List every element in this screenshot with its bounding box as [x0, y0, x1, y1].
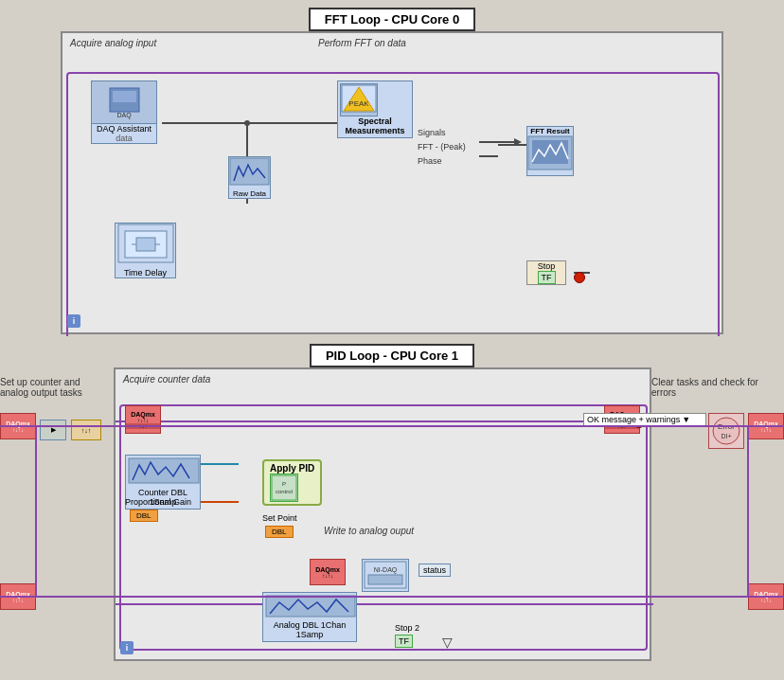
svg-marker-18: [514, 138, 522, 146]
raw-data-label: Raw Data: [229, 189, 270, 198]
fft-peak-label: FFT - (Peak): [418, 142, 466, 152]
fft-loop-title: FFT Loop - CPU Core 0: [309, 8, 475, 31]
daq-assistant-block: DAQ DAQ Assistant data: [91, 81, 157, 144]
fft-wires: [62, 33, 725, 336]
svg-text:DAQ: DAQ: [116, 112, 132, 119]
stop-led: [574, 272, 585, 283]
stop-label: Stop: [538, 261, 556, 271]
daq-assistant-icon: DAQ: [92, 81, 156, 124]
time-delay-block: Time Delay: [115, 223, 176, 278]
svg-text:PEAK: PEAK: [348, 99, 369, 108]
fft-result-block: FFT Result: [526, 126, 574, 176]
true-indicator: TF: [538, 271, 556, 284]
svg-rect-10: [113, 91, 136, 102]
fft-result-label: FFT Result: [527, 127, 573, 135]
spectral-block: PEAK Spectral Measurements: [337, 81, 413, 138]
daq-assistant-label: DAQ Assistant: [92, 124, 156, 134]
fft-section: FFT Loop - CPU Core 0 Acqui: [8, 8, 776, 334]
pid-outer-container: Set up counter and analog output tasks C…: [0, 367, 784, 661]
raw-data-block: Raw Data: [228, 156, 271, 199]
spectral-icon: PEAK: [340, 83, 378, 116]
fft-loop-body: Acquire analog input Perform FFT on data…: [61, 31, 723, 334]
spectral-label: Spectral Measurements: [340, 116, 410, 135]
daq-data-label: data: [92, 134, 156, 143]
pid-loop-title: PID Loop - CPU Core 1: [310, 344, 474, 367]
stop-button[interactable]: Stop TF: [526, 260, 566, 285]
outer-pid-wires: [0, 367, 784, 661]
time-delay-label: Time Delay: [116, 268, 175, 277]
phase-label: Phase: [418, 156, 442, 166]
perform-label: Perform FFT on data: [318, 38, 406, 48]
info-badge-fft: i: [67, 314, 80, 328]
signals-label: Signals: [418, 128, 446, 137]
main-container: FFT Loop - CPU Core 0 Acqui: [0, 0, 784, 669]
svg-rect-12: [230, 158, 269, 185]
acquire-label: Acquire analog input: [70, 38, 156, 48]
svg-rect-24: [136, 238, 155, 251]
pid-section: PID Loop - CPU Core 1 Set up counter and…: [8, 344, 776, 661]
svg-point-7: [244, 120, 250, 126]
